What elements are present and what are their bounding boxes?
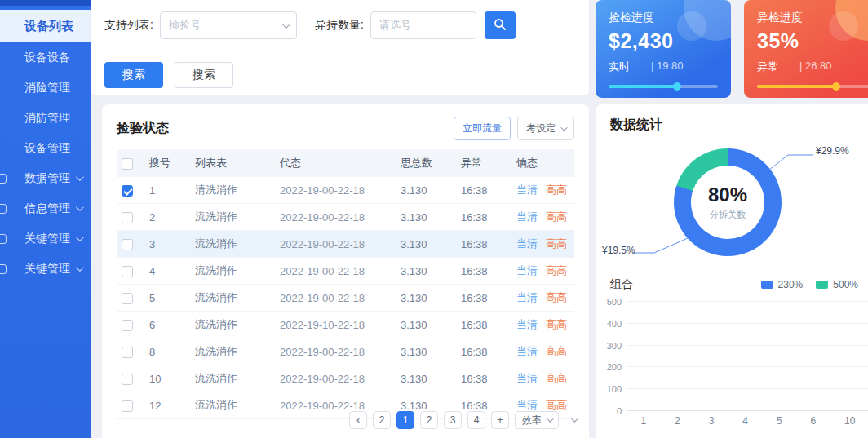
action-link-high[interactable]: 高高 (546, 210, 567, 223)
card-title: 异检进度 (757, 11, 868, 25)
row-checkbox[interactable] (122, 185, 133, 197)
action-link-clear[interactable]: 当清 (516, 345, 538, 357)
x-tick-label: 4 (742, 415, 748, 427)
prev-page-button[interactable]: ‹ (349, 411, 367, 429)
progress-slider[interactable] (609, 85, 718, 88)
row-checkbox[interactable] (122, 239, 133, 250)
row-date: 2022-19-00-22-18 (275, 231, 396, 258)
page-button[interactable]: 2 (420, 411, 438, 429)
chevron-down-icon (547, 415, 553, 422)
table-row: 5流洗消作2022-19-00-22-183.13016:38当清高高 (117, 285, 574, 312)
chevron-down-icon (76, 233, 84, 241)
y-tick-label: 0 (617, 406, 622, 416)
action-link-high[interactable]: 高高 (546, 318, 567, 330)
row-name: 流洗消作 (190, 392, 275, 419)
y-tick-label: 500 (607, 297, 622, 307)
legend-swatch-icon (816, 281, 828, 289)
row-checkbox[interactable] (122, 374, 133, 385)
sidebar-item[interactable]: 设备列表 (0, 10, 91, 42)
sidebar-item-label: 消防管理 (24, 111, 70, 126)
sidebar-item[interactable]: 数据管理 (0, 163, 91, 193)
list-select[interactable]: 掵捡号 (160, 11, 297, 39)
reset-button[interactable]: 搜索 (175, 62, 233, 88)
table-row: 4流洗消作2022-19-00-22-183.13016:38当清高高 (117, 258, 574, 285)
pagination-pages: ‹21234+ (349, 411, 509, 429)
row-checkbox[interactable] (122, 347, 133, 358)
sidebar-item[interactable]: 消险管理 (0, 73, 91, 103)
y-tick-label: 100 (607, 384, 622, 394)
row-date: 2022-19-00-22-18 (275, 204, 396, 231)
row-checkbox[interactable] (122, 266, 133, 277)
pagination: ‹21234+ 效率 (349, 411, 576, 429)
row-date: 2022-19-00-22-18 (275, 365, 396, 392)
sidebar-item[interactable]: 信息管理 (0, 193, 91, 223)
action-link-high[interactable]: 高高 (546, 345, 567, 357)
select-all-checkbox[interactable] (122, 158, 133, 170)
settings-dropdown-button[interactable]: 考设定 (517, 117, 574, 140)
collapse-chevron-icon[interactable] (571, 415, 578, 422)
search-icon-button[interactable] (485, 11, 516, 39)
row-date: 2022-19-00-22-18 (275, 258, 396, 285)
action-link-clear[interactable]: 当清 (516, 372, 538, 384)
search-button[interactable]: 搜索 (104, 62, 163, 88)
search-icon (493, 17, 507, 34)
dropdown-label: 考设定 (526, 122, 556, 135)
page-button[interactable]: 1 (396, 411, 414, 429)
page-button[interactable]: 3 (444, 411, 462, 429)
action-link-clear[interactable]: 当清 (516, 237, 538, 250)
sidebar: 设备列表设备设备消险管理消防管理设备管理数据管理信息管理关键管理关键管理 (0, 0, 91, 438)
sidebar-item[interactable]: 设备管理 (0, 133, 91, 163)
status-label: 异常 (757, 60, 778, 74)
donut-center: 80% 分拆关数 (674, 148, 782, 256)
bar-chart-plot (627, 302, 868, 411)
action-link-high[interactable]: 高高 (546, 264, 567, 277)
action-link-clear[interactable]: 当清 (516, 399, 538, 411)
filter-actions: 搜索 搜索 (91, 51, 589, 99)
row-total: 3.130 (396, 338, 456, 365)
panel-header: 捡验状态 立即流量 考设定 (102, 104, 589, 149)
action-link-high[interactable]: 高高 (546, 372, 567, 384)
table-row: 1清洗消作2022-19-00-22-183.13016:38当清高高 (117, 177, 574, 204)
sidebar-item[interactable]: 关键管理 (0, 254, 91, 284)
action-link-clear[interactable]: 当清 (516, 184, 538, 196)
page-button[interactable]: 2 (373, 411, 391, 429)
action-link-high[interactable]: 高高 (546, 184, 567, 196)
table-row: 3流洗消作2022-19-00-22-183.13016:38当清高高 (117, 231, 574, 258)
row-checkbox[interactable] (122, 320, 133, 331)
sidebar-item-label: 设备管理 (24, 141, 70, 156)
sidebar-item[interactable]: 设备设备 (0, 42, 91, 73)
slider-knob[interactable] (673, 82, 681, 91)
table-row: 10流洗消作2022-19-00-22-183.13016:38当清高高 (117, 365, 574, 392)
action-link-clear[interactable]: 当清 (516, 291, 538, 303)
page-size-select[interactable]: 效率 (515, 411, 559, 429)
row-checkbox[interactable] (122, 212, 133, 223)
progress-slider[interactable] (757, 85, 868, 88)
action-link-clear[interactable]: 当清 (516, 318, 538, 330)
filter-panel: 支持列表: 掵捡号 异持数量: 请选号 搜索 搜索 (91, 0, 589, 95)
row-checkbox[interactable] (122, 400, 133, 412)
legend-item: 230% (761, 279, 804, 290)
action-link-clear[interactable]: 当清 (516, 210, 538, 223)
quantity-input[interactable]: 请选号 (370, 11, 476, 39)
row-abnormal: 16:38 (456, 204, 512, 231)
slider-knob[interactable] (832, 82, 840, 91)
col-header: 异常 (456, 149, 512, 177)
sidebar-item[interactable]: 消防管理 (0, 103, 91, 133)
row-total: 3.130 (396, 365, 456, 392)
page-button[interactable]: + (491, 411, 509, 429)
flow-button[interactable]: 立即流量 (454, 117, 511, 140)
y-tick-label: 300 (607, 341, 622, 351)
select-placeholder: 掵捡号 (169, 18, 201, 33)
row-checkbox[interactable] (122, 293, 133, 304)
table-row: 6流洗消作2022-19-10-22-183.13016:38当清高高 (117, 312, 574, 338)
action-link-clear[interactable]: 当清 (516, 264, 538, 277)
action-link-high[interactable]: 高高 (546, 399, 567, 411)
stats-title: 数据统计 (596, 104, 868, 134)
sidebar-item-label: 设备设备 (24, 51, 70, 65)
sidebar-item[interactable]: 关键管理 (0, 223, 91, 254)
action-link-high[interactable]: 高高 (546, 237, 567, 250)
action-link-high[interactable]: 高高 (546, 291, 567, 303)
card-status: 实时 | 19:80 (609, 60, 718, 74)
col-header: 代态 (275, 149, 396, 177)
page-button[interactable]: 4 (467, 411, 485, 429)
